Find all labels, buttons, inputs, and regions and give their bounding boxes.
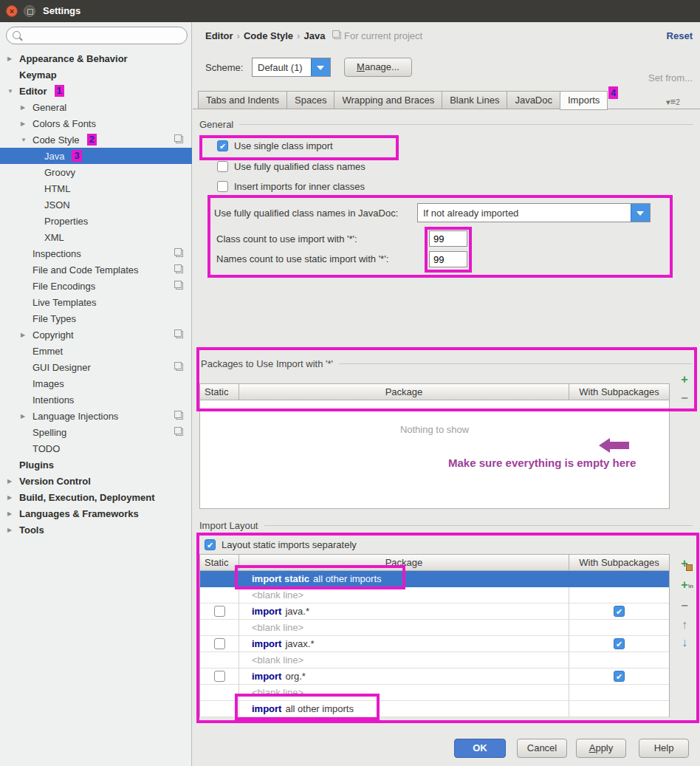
sidebar-item[interactable]: Appearance & Behavior bbox=[0, 50, 192, 66]
column-header-static[interactable]: Static bbox=[200, 555, 239, 571]
package-cell[interactable]: <blank line> bbox=[239, 587, 569, 603]
subpackages-cell[interactable] bbox=[569, 587, 669, 603]
static-cell[interactable] bbox=[200, 603, 239, 620]
javadoc-dropdown[interactable]: If not already imported bbox=[417, 203, 651, 222]
sidebar-item[interactable]: Code Style 2 bbox=[0, 131, 192, 148]
table-row[interactable]: <blank line> bbox=[200, 652, 669, 668]
sidebar-item[interactable]: Inspections bbox=[0, 245, 192, 261]
static-cell[interactable] bbox=[200, 620, 239, 636]
checkbox-icon[interactable] bbox=[217, 181, 228, 192]
sidebar-item[interactable]: Java 3 bbox=[0, 148, 192, 164]
chevron-down-icon[interactable] bbox=[311, 58, 330, 76]
static-cell[interactable] bbox=[200, 571, 239, 587]
column-header-subpackages[interactable]: With Subpackages bbox=[569, 555, 669, 571]
checkbox-use-fully-qualified-names[interactable]: Use fully qualified class names bbox=[217, 161, 366, 172]
table-row[interactable]: importorg.* bbox=[200, 668, 669, 685]
package-cell[interactable]: importorg.* bbox=[239, 668, 569, 685]
checkbox-insert-imports-inner-classes[interactable]: Insert imports for inner classes bbox=[217, 181, 365, 192]
tab[interactable]: Wrapping and Braces bbox=[334, 91, 442, 109]
package-cell[interactable]: <blank line> bbox=[239, 685, 569, 701]
subpackages-cell[interactable] bbox=[569, 652, 669, 668]
expand-arrow-icon[interactable] bbox=[7, 478, 19, 485]
table-row[interactable]: import staticall other imports bbox=[200, 571, 669, 587]
sidebar-item[interactable]: XML bbox=[0, 229, 192, 245]
set-from-link[interactable]: Set from... bbox=[648, 72, 693, 83]
checkbox-icon[interactable] bbox=[614, 638, 625, 649]
sidebar-item[interactable]: Languages & Frameworks bbox=[0, 505, 192, 522]
sidebar-item[interactable]: TODO bbox=[0, 440, 192, 456]
column-header-package[interactable]: Package bbox=[239, 555, 569, 571]
add-package-icon[interactable]: + bbox=[676, 556, 693, 572]
sidebar-item[interactable]: Properties bbox=[0, 213, 192, 229]
subpackages-cell[interactable] bbox=[569, 603, 669, 620]
static-cell[interactable] bbox=[200, 636, 239, 652]
table-row[interactable]: <blank line> bbox=[200, 685, 669, 701]
sidebar-item[interactable]: Groovy bbox=[0, 164, 192, 180]
maximize-icon[interactable] bbox=[24, 5, 35, 17]
checkbox-use-single-class-import[interactable]: Use single class import bbox=[217, 140, 333, 151]
checkbox-icon[interactable] bbox=[214, 638, 225, 649]
subpackages-cell[interactable] bbox=[569, 571, 669, 587]
sidebar-item[interactable]: Plugins bbox=[0, 456, 192, 473]
sidebar-item[interactable]: Copyright bbox=[0, 326, 192, 343]
search-input[interactable] bbox=[26, 29, 184, 44]
sidebar-item[interactable]: File Encodings bbox=[0, 278, 192, 294]
names-count-input[interactable] bbox=[429, 251, 467, 267]
subpackages-cell[interactable] bbox=[569, 636, 669, 652]
sidebar-item[interactable]: Version Control bbox=[0, 473, 192, 489]
search-box[interactable] bbox=[6, 27, 188, 44]
add-blank-line-icon[interactable]: +\n bbox=[676, 578, 693, 594]
move-up-icon[interactable]: ↑ bbox=[676, 618, 693, 634]
apply-button[interactable]: Apply bbox=[576, 739, 626, 758]
tab[interactable]: Tabs and Indents bbox=[198, 91, 286, 109]
manage-button[interactable]: Manage... bbox=[344, 58, 412, 77]
package-cell[interactable]: importall other imports bbox=[239, 701, 569, 717]
ok-button[interactable]: OK bbox=[454, 739, 506, 758]
tab[interactable]: Imports bbox=[560, 91, 608, 110]
expand-arrow-icon[interactable] bbox=[21, 120, 32, 127]
sidebar-item[interactable]: HTML bbox=[0, 180, 192, 196]
sidebar-item[interactable]: Keymap bbox=[0, 66, 192, 83]
remove-icon[interactable]: − bbox=[676, 598, 693, 615]
sidebar-item[interactable]: Spelling bbox=[0, 424, 192, 440]
checkbox-icon[interactable] bbox=[217, 140, 228, 151]
sidebar-item[interactable]: Live Templates bbox=[0, 294, 192, 310]
close-icon[interactable]: × bbox=[6, 5, 18, 17]
table-row[interactable]: importjavax.* bbox=[200, 636, 669, 652]
scheme-dropdown[interactable]: Default (1) bbox=[252, 58, 331, 77]
static-cell[interactable] bbox=[200, 652, 239, 668]
checkbox-icon[interactable] bbox=[614, 671, 625, 682]
checkbox-layout-static-imports[interactable]: Layout static imports separately bbox=[205, 539, 357, 550]
breadcrumb-code-style[interactable]: Code Style bbox=[244, 30, 293, 41]
subpackages-cell[interactable] bbox=[569, 668, 669, 685]
sidebar-item[interactable]: Build, Execution, Deployment bbox=[0, 489, 192, 505]
sidebar-item[interactable]: File Types bbox=[0, 310, 192, 326]
move-down-icon[interactable]: ↓ bbox=[676, 635, 693, 652]
reset-link[interactable]: Reset bbox=[667, 30, 693, 41]
sidebar-item[interactable]: Emmet bbox=[0, 343, 192, 359]
checkbox-icon[interactable] bbox=[217, 161, 228, 172]
tab[interactable]: Spaces bbox=[286, 91, 334, 109]
expand-arrow-icon[interactable] bbox=[21, 413, 32, 420]
package-cell[interactable]: <blank line> bbox=[239, 620, 569, 636]
expand-arrow-icon[interactable] bbox=[21, 332, 32, 338]
table-row[interactable]: <blank line> bbox=[200, 587, 669, 603]
checkbox-icon[interactable] bbox=[214, 671, 225, 682]
class-count-input[interactable] bbox=[429, 230, 467, 247]
subpackages-cell[interactable] bbox=[569, 620, 669, 636]
hidden-tabs-icon[interactable]: ▾≡2 bbox=[666, 96, 680, 107]
expand-arrow-icon[interactable] bbox=[7, 510, 19, 517]
tab[interactable]: Blank Lines bbox=[442, 91, 507, 109]
sidebar-item[interactable]: GUI Designer bbox=[0, 359, 192, 375]
static-cell[interactable] bbox=[200, 701, 239, 717]
chevron-down-icon[interactable] bbox=[631, 204, 650, 222]
table-row[interactable]: <blank line> bbox=[200, 620, 669, 636]
checkbox-icon[interactable] bbox=[205, 539, 216, 550]
table-row[interactable]: importall other imports bbox=[200, 701, 669, 717]
package-cell[interactable]: import staticall other imports bbox=[239, 571, 569, 587]
sidebar-item[interactable]: File and Code Templates bbox=[0, 261, 192, 278]
sidebar-item[interactable]: Images bbox=[0, 375, 192, 391]
add-icon[interactable]: + bbox=[676, 372, 693, 389]
checkbox-icon[interactable] bbox=[214, 606, 225, 617]
table-row[interactable]: importjava.* bbox=[200, 603, 669, 620]
